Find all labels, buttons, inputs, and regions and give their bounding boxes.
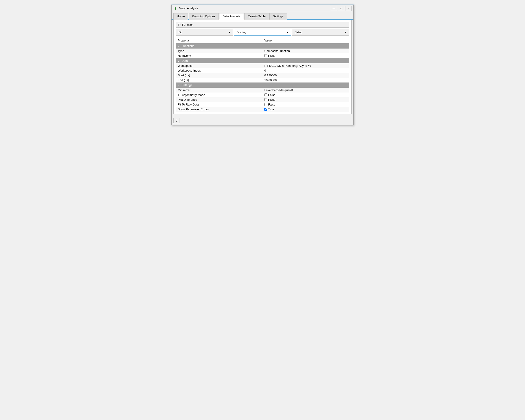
display-button[interactable]: Display ▾ — [234, 29, 291, 36]
property-value-settings-1[interactable]: False — [262, 93, 349, 97]
property-value-settings-3[interactable]: False — [262, 102, 349, 107]
group-header-data[interactable]: ∨ Data — [176, 58, 349, 63]
col-header-value: Value — [262, 38, 349, 43]
help-button[interactable]: ? — [173, 118, 180, 123]
table-row: Start (μs)0.120000 — [176, 73, 349, 78]
collapse-icon-functions: ∨ — [178, 45, 179, 47]
table-row: TF Asymmetry ModeFalse — [176, 93, 349, 97]
property-value-settings-0: Levenberg-Marquardt — [262, 88, 349, 93]
fit-function-header: Fit Function — [176, 22, 349, 28]
setup-arrow-icon: ▾ — [345, 30, 347, 34]
minimize-button[interactable]: — — [331, 6, 337, 11]
property-value-data-1: 0 — [262, 68, 349, 73]
property-label-settings-3: Fit To Raw Data — [176, 102, 262, 107]
group-label-settings: Settings — [182, 84, 192, 87]
window-controls: — □ ✕ — [331, 6, 352, 11]
checkbox-settings-1[interactable] — [264, 93, 267, 96]
table-row: Fit To Raw DataFalse — [176, 102, 349, 107]
property-label-settings-0: Minimizer — [176, 88, 262, 93]
group-header-functions[interactable]: ∨ Functions — [176, 43, 349, 49]
window-title: Muon Analysis — [179, 7, 331, 10]
tab-grouping-options[interactable]: Grouping Options — [189, 13, 219, 19]
property-value-settings-4[interactable]: True — [262, 107, 349, 112]
title-bar: Muon Analysis — □ ✕ — [172, 5, 353, 12]
property-label-functions-1: NumDeriv — [176, 53, 262, 58]
group-header-settings[interactable]: ∨ Settings — [176, 83, 349, 88]
display-arrow-icon: ▾ — [287, 30, 289, 34]
table-row: TypeCompositeFunction — [176, 48, 349, 53]
tab-settings[interactable]: Settings — [269, 13, 287, 19]
table-row: MinimizerLevenberg-Marquardt — [176, 88, 349, 93]
maximize-button[interactable]: □ — [338, 6, 344, 11]
property-value-data-3: 16.000000 — [262, 78, 349, 83]
property-label-data-0: Workspace — [176, 63, 262, 68]
checkbox-settings-2[interactable] — [264, 98, 267, 101]
checkbox-settings-3[interactable] — [264, 103, 267, 106]
tab-results-table[interactable]: Results Table — [244, 13, 269, 19]
footer: ? — [172, 116, 353, 125]
property-label-settings-2: Plot Difference — [176, 97, 262, 102]
property-value-settings-2[interactable]: False — [262, 97, 349, 102]
table-row: Show Parameter ErrorsTrue — [176, 107, 349, 112]
tab-bar: Home Grouping Options Data Analysis Resu… — [172, 12, 353, 19]
checkbox-functions-1[interactable] — [264, 54, 267, 57]
toolbar: Fit ▾ Display ▾ Setup ▾ — [176, 29, 349, 36]
app-icon — [173, 6, 178, 10]
tab-home[interactable]: Home — [173, 13, 188, 19]
close-button[interactable]: ✕ — [345, 6, 352, 11]
property-label-data-1: Workspace Index — [176, 68, 262, 73]
svg-point-0 — [175, 8, 176, 9]
table-row: Plot DifferenceFalse — [176, 97, 349, 102]
property-table: Property Value ∨ Functions TypeComposite… — [176, 38, 349, 112]
table-row: Workspace Index0 — [176, 68, 349, 73]
table-row: NumDerivFalse — [176, 53, 349, 58]
property-label-data-2: Start (μs) — [176, 73, 262, 78]
col-header-property: Property — [176, 38, 262, 43]
main-window: Muon Analysis — □ ✕ Home Grouping Option… — [171, 5, 354, 125]
fit-arrow-icon: ▾ — [229, 30, 230, 34]
property-label-data-3: End (μs) — [176, 78, 262, 83]
fit-button[interactable]: Fit ▾ — [176, 29, 233, 36]
property-value-functions-0: CompositeFunction — [262, 48, 349, 53]
property-label-functions-0: Type — [176, 48, 262, 53]
tab-data-analysis[interactable]: Data Analysis — [219, 13, 244, 19]
property-label-settings-4: Show Parameter Errors — [176, 107, 262, 112]
collapse-icon-settings: ∨ — [178, 84, 179, 87]
collapse-icon-data: ∨ — [178, 60, 179, 62]
property-value-functions-1[interactable]: False — [262, 53, 349, 58]
table-row: WorkspaceHIFI00108375; Pair; long; Asym;… — [176, 63, 349, 68]
group-label-data: Data — [182, 59, 188, 62]
property-value-data-0: HIFI00108375; Pair; long; Asym; #1 — [262, 63, 349, 68]
setup-button[interactable]: Setup ▾ — [292, 29, 349, 36]
property-value-data-2: 0.120000 — [262, 73, 349, 78]
property-label-settings-1: TF Asymmetry Mode — [176, 93, 262, 97]
checkbox-settings-4[interactable] — [264, 108, 267, 111]
table-row: End (μs)16.000000 — [176, 78, 349, 83]
main-content: Fit Function Fit ▾ Display ▾ Setup ▾ Pro… — [173, 19, 352, 114]
group-label-functions: Functions — [182, 44, 194, 48]
